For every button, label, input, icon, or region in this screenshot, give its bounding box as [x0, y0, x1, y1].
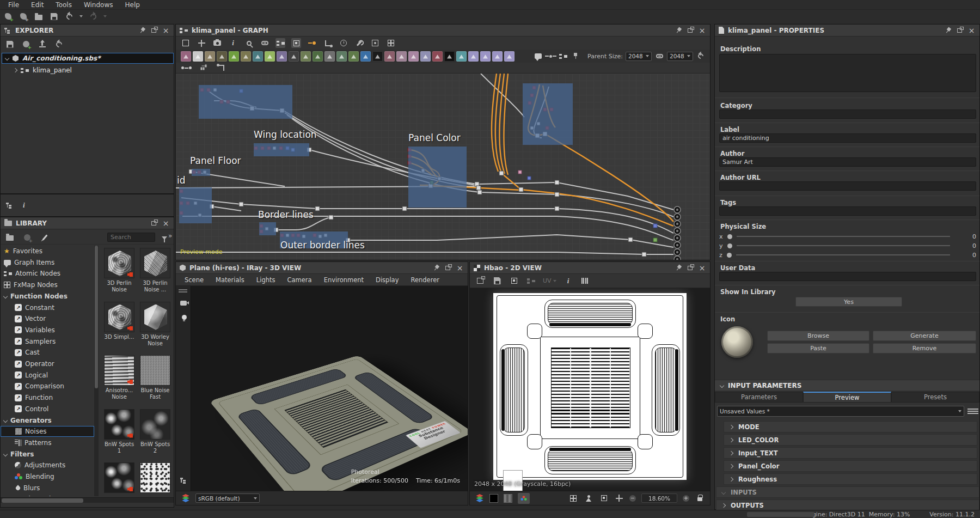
- maximize-icon[interactable]: [444, 264, 452, 272]
- preset-menu-icon[interactable]: [967, 406, 978, 417]
- frame-selection-icon[interactable]: [181, 38, 191, 48]
- frame-grid-icon[interactable]: [386, 38, 396, 48]
- tab-parameters[interactable]: Parameters: [715, 392, 803, 403]
- node-type-button-shape[interactable]: [277, 51, 287, 62]
- chevron-down-icon[interactable]: [3, 452, 8, 456]
- compact-nodes-icon[interactable]: [275, 38, 285, 48]
- graph-comment-label[interactable]: Border lines: [258, 209, 314, 220]
- library-tree-item-function-nodes[interactable]: Function Nodes: [1, 291, 94, 302]
- slider-knob[interactable]: [727, 243, 732, 248]
- node-type-button-normal[interactable]: [360, 51, 371, 62]
- open-button[interactable]: [34, 11, 44, 21]
- param-group-roughness[interactable]: Roughness: [724, 473, 977, 485]
- pan-icon[interactable]: [614, 493, 624, 503]
- 3d-menu-display[interactable]: Display: [376, 276, 399, 284]
- node-type-button-directional-warp[interactable]: [217, 51, 227, 62]
- user-data-field[interactable]: [719, 272, 976, 281]
- library-tree-item-comparison[interactable]: ↗Comparison: [1, 381, 94, 392]
- close-icon[interactable]: ×: [967, 26, 976, 34]
- library-tree-item-cast[interactable]: ↗Cast: [1, 347, 94, 358]
- library-tree-item-constant[interactable]: ↗Constant: [1, 302, 94, 313]
- straight-links-icon[interactable]: [307, 38, 317, 48]
- undo-history-caret[interactable]: [79, 15, 83, 17]
- pin-icon[interactable]: [944, 26, 952, 34]
- outputs-section-header[interactable]: OUTPUTS: [716, 499, 979, 511]
- slider-knob[interactable]: [727, 253, 732, 258]
- param-group-led_color[interactable]: LED_COLOR: [724, 434, 977, 446]
- refresh-button[interactable]: [54, 39, 64, 49]
- library-tree-item-operator[interactable]: ↗Operator: [1, 358, 94, 369]
- reload-package-button[interactable]: [21, 39, 31, 49]
- 3d-menu-lights[interactable]: Lights: [256, 276, 275, 284]
- explorer-tab-icon[interactable]: [6, 202, 13, 209]
- physical-size-slider-x[interactable]: x0: [719, 233, 976, 240]
- physical-size-slider-y[interactable]: y0: [719, 242, 976, 249]
- graph-frame[interactable]: [408, 147, 467, 208]
- category-field[interactable]: [719, 109, 976, 119]
- info-tab-icon[interactable]: i: [23, 201, 25, 210]
- graph-comment-label[interactable]: Panel Floor: [190, 155, 241, 166]
- library-more-icon[interactable]: »: [168, 232, 172, 240]
- description-field[interactable]: [719, 54, 976, 92]
- colorspace-dropdown[interactable]: sRGB (default): [195, 493, 260, 503]
- scene-tree-icon[interactable]: [179, 476, 188, 485]
- generate-button[interactable]: Generate: [873, 331, 976, 341]
- library-tree-item-channels[interactable]: Channels: [1, 493, 94, 496]
- 3d-menu-scene[interactable]: Scene: [185, 276, 204, 284]
- node-type-button-tile-sampler[interactable]: [289, 51, 299, 62]
- node-type-button-color-match[interactable]: [432, 51, 443, 62]
- elbow-links-icon[interactable]: [323, 38, 333, 48]
- graph-frame[interactable]: [179, 187, 212, 223]
- slider-track[interactable]: [737, 245, 950, 246]
- library-tree-item-logical[interactable]: ↗Logical: [1, 370, 94, 381]
- grid-toggle-icon[interactable]: [568, 493, 578, 503]
- library-thumbnail[interactable]: 3D Worley Noise: [140, 302, 170, 347]
- node-type-button-svg[interactable]: [396, 51, 407, 62]
- node-type-button-frame[interactable]: [492, 51, 503, 62]
- lock-zoom-icon[interactable]: [695, 493, 705, 503]
- library-thumbnail[interactable]: 3D Perlin Noise: [104, 248, 134, 293]
- maximize-icon[interactable]: [150, 26, 158, 34]
- node-type-button-bitmap-01[interactable]: [444, 51, 455, 62]
- library-thumbnail[interactable]: 3D Perlin Noise ...: [140, 248, 170, 293]
- background-color-swatch[interactable]: [489, 494, 498, 503]
- node-type-button-value-processor[interactable]: [468, 51, 479, 62]
- new-package-button[interactable]: [19, 11, 28, 21]
- browse-button[interactable]: Browse: [767, 331, 869, 341]
- close-icon[interactable]: ×: [162, 219, 170, 227]
- info-icon[interactable]: i: [564, 276, 573, 286]
- parent-size-width-dropdown[interactable]: 2048: [626, 52, 652, 61]
- graph-frame[interactable]: [523, 83, 573, 145]
- node-type-button-comment[interactable]: [480, 51, 491, 62]
- menu-item-edit[interactable]: Edit: [25, 0, 50, 10]
- paste-button[interactable]: Paste: [767, 343, 869, 354]
- graph-comment-label[interactable]: Panel Color: [408, 132, 461, 143]
- tab-preview[interactable]: Preview: [803, 392, 891, 403]
- snap-grid-icon[interactable]: [216, 63, 226, 73]
- input-parameters-header[interactable]: INPUT PARAMETERS: [715, 380, 979, 391]
- timed-links-icon[interactable]: [339, 38, 348, 48]
- pan-view-icon[interactable]: [197, 38, 206, 48]
- parent-size-height-dropdown[interactable]: 2048: [667, 52, 693, 61]
- node-type-button-grayscale-conversion[interactable]: [372, 51, 383, 62]
- zoom-icon[interactable]: [244, 38, 254, 48]
- library-tree-item-graph-items[interactable]: Graph Items: [1, 257, 94, 268]
- 3d-menu-environment[interactable]: Environment: [324, 276, 364, 284]
- library-tree-item-control[interactable]: ↗Control: [1, 404, 94, 415]
- graph-comment-label[interactable]: id: [177, 175, 186, 186]
- library-tree-item-variables[interactable]: ↗Variables: [1, 325, 94, 336]
- link-size-icon[interactable]: [654, 51, 664, 61]
- new-substance-button[interactable]: [3, 11, 13, 21]
- remove-button[interactable]: Remove: [873, 343, 976, 354]
- pin-icon[interactable]: [432, 264, 440, 272]
- library-tree-item-favorites[interactable]: ★Favorites: [1, 246, 94, 257]
- node-type-button-link[interactable]: [504, 51, 514, 62]
- align-nodes-icon[interactable]: [199, 63, 209, 73]
- show-in-library-toggle[interactable]: Yes: [795, 297, 902, 307]
- param-group-input_text[interactable]: Input_TEXT: [724, 447, 977, 459]
- redo-button[interactable]: [88, 11, 98, 21]
- graph-comment-label[interactable]: Outer border lines: [280, 240, 365, 251]
- camera-icon[interactable]: [179, 298, 188, 308]
- node-type-button-transform-2d[interactable]: [420, 51, 431, 62]
- close-icon[interactable]: ×: [698, 264, 706, 272]
